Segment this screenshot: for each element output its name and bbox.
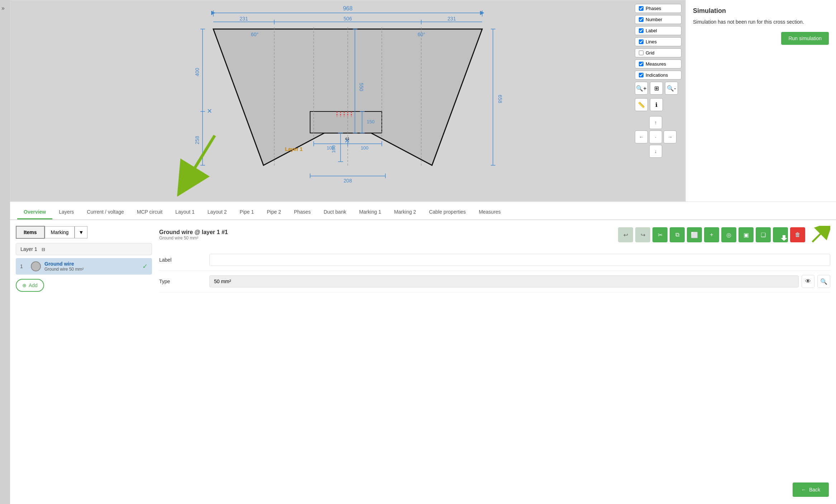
add-circle-icon: ⊕: [22, 282, 27, 288]
prop-title: Ground wire @ layer 1 #1: [159, 229, 614, 236]
tab-overview[interactable]: Overview: [17, 205, 52, 219]
toggle-lines[interactable]: Lines: [635, 37, 681, 46]
back-button[interactable]: ← Back: [793, 482, 829, 497]
item-subname: Ground wire 50 mm²: [44, 267, 139, 272]
measure-top-mid: 506: [343, 16, 352, 22]
measure-top-left: 231: [239, 16, 248, 22]
measure-right: 658: [497, 95, 503, 103]
fit-view-button[interactable]: ⊞: [650, 82, 663, 95]
svg-marker-46: [781, 235, 787, 241]
toggle-indications[interactable]: Indications: [635, 71, 681, 80]
duplicate-button[interactable]: ❑: [756, 227, 771, 242]
canvas-area: 968 231 506 231: [10, 0, 685, 201]
tab-pipe2[interactable]: Pipe 2: [260, 205, 288, 219]
tabs-row: Overview Layers Current / voltage MCP ci…: [17, 205, 829, 219]
toggle-indications-checkbox[interactable]: [639, 73, 643, 77]
back-arrow-icon: ←: [801, 487, 806, 493]
delete-button[interactable]: 🗑: [790, 227, 805, 242]
zoom-in-button[interactable]: 🔍+: [635, 82, 648, 95]
run-simulation-button[interactable]: Run simulation: [781, 32, 829, 45]
toggle-grid-checkbox[interactable]: [639, 51, 643, 55]
layer1-label: Layer 1: [285, 146, 303, 152]
green-arrow-right: [809, 226, 830, 244]
tab-marking2[interactable]: Marking 2: [388, 205, 422, 219]
nav-left-button[interactable]: ←: [635, 130, 648, 143]
swap-button[interactable]: [773, 227, 788, 242]
measure-left-bot: 258: [194, 136, 200, 144]
toggle-number[interactable]: Number: [635, 15, 681, 24]
angle-right: 60°: [418, 32, 425, 37]
label-field-label: Label: [159, 257, 202, 263]
prop-title-block: Ground wire @ layer 1 #1 Ground wire 50 …: [159, 229, 614, 241]
measure-mid-height: 550: [358, 83, 364, 91]
paste-button[interactable]: ⬜: [687, 227, 702, 242]
nav-down-button[interactable]: ↓: [649, 145, 662, 158]
item-ground-wire[interactable]: 1 Ground wire Ground wire 50 mm² ✓: [16, 258, 152, 275]
type-search-button[interactable]: 🔍: [817, 275, 830, 288]
redo-button[interactable]: ↪: [635, 227, 650, 242]
target-button[interactable]: ◎: [721, 227, 736, 242]
frame-button[interactable]: ▣: [738, 227, 754, 242]
diagram-canvas[interactable]: 968 231 506 231: [10, 0, 685, 201]
tab-cable-properties[interactable]: Cable properties: [423, 205, 472, 219]
toggle-measures-checkbox[interactable]: [639, 62, 643, 66]
add-item-button[interactable]: ⊕ Add: [16, 279, 44, 292]
measure-inner-height: 150: [367, 119, 375, 124]
sidebar-collapse-button[interactable]: »: [0, 0, 10, 504]
undo-button[interactable]: ↩: [618, 227, 633, 242]
properties-header: Ground wire @ layer 1 #1 Ground wire 50 …: [159, 226, 830, 244]
tab-layers[interactable]: Layers: [52, 205, 80, 219]
cross-marker: ✕: [207, 108, 212, 115]
type-view-button[interactable]: 👁: [802, 275, 814, 288]
toggle-phases-checkbox[interactable]: [639, 6, 643, 11]
chevron-right-icon: »: [0, 4, 6, 13]
angle-left: 60°: [251, 32, 258, 37]
toggle-measures[interactable]: Measures: [635, 60, 681, 68]
measure-top-right: 231: [447, 16, 456, 22]
tab-duct-bank[interactable]: Duct bank: [317, 205, 353, 219]
measure-left-top: 400: [194, 68, 200, 76]
toggle-grid[interactable]: Grid: [635, 48, 681, 57]
marking-button[interactable]: Marking: [45, 226, 75, 238]
zoom-out-button[interactable]: 🔍-: [665, 82, 678, 95]
measure-inner-right: 100: [361, 145, 369, 151]
items-header: Items Marking ▼: [16, 226, 152, 239]
canvas-toggles: Phases Number Label Lines: [635, 4, 681, 158]
items-dropdown-button[interactable]: ▼: [75, 226, 87, 238]
item-check-icon: ✓: [142, 262, 148, 270]
measure-top-total: 968: [343, 5, 353, 11]
label-field-row: Label: [159, 249, 830, 271]
nav-center-button[interactable]: ·: [649, 130, 662, 143]
tab-current-voltage[interactable]: Current / voltage: [80, 205, 130, 219]
nav-up-button[interactable]: ↑: [649, 116, 662, 129]
type-field-row: Type 50 mm² 👁 🔍: [159, 271, 830, 293]
cut-button[interactable]: ✂: [652, 227, 668, 242]
type-select-row: 50 mm² 👁 🔍: [209, 275, 830, 288]
tab-pipe1[interactable]: Pipe 1: [233, 205, 261, 219]
type-select[interactable]: 50 mm²: [209, 275, 799, 287]
simulation-panel: Simulation Simulation has not been run f…: [685, 0, 836, 201]
tab-marking1[interactable]: Marking 1: [353, 205, 388, 219]
items-button[interactable]: Items: [16, 226, 45, 239]
bottom-section: Items Marking ▼ Layer 1 ⊟ 1 Ground wire …: [10, 220, 836, 504]
toggle-label-checkbox[interactable]: [639, 28, 643, 33]
tab-layout1[interactable]: Layout 1: [169, 205, 201, 219]
ruler-button[interactable]: 📏: [635, 98, 648, 111]
tab-layout2[interactable]: Layout 2: [201, 205, 233, 219]
toggle-label[interactable]: Label: [635, 26, 681, 35]
tab-measures[interactable]: Measures: [472, 205, 507, 219]
copy-button[interactable]: ⧉: [670, 227, 685, 242]
prop-toolbar: ↩ ↪ ✂ ⧉ ⬜ + ◎ ▣ ❑ �: [618, 227, 805, 242]
toggle-lines-checkbox[interactable]: [639, 39, 643, 44]
nav-right-button[interactable]: →: [664, 130, 676, 143]
toggle-number-checkbox[interactable]: [639, 17, 643, 22]
add-button[interactable]: +: [704, 227, 719, 242]
items-panel: Items Marking ▼ Layer 1 ⊟ 1 Ground wire …: [16, 226, 152, 498]
label-input[interactable]: [209, 254, 830, 266]
tab-phases[interactable]: Phases: [288, 205, 317, 219]
toggle-phases[interactable]: Phases: [635, 4, 681, 13]
measure-inner-bottom: 100: [331, 145, 336, 153]
info-button[interactable]: ℹ: [650, 98, 663, 111]
tab-mcp-circuit[interactable]: MCP circuit: [130, 205, 169, 219]
layer1-header: Layer 1 ⊟: [16, 243, 152, 255]
